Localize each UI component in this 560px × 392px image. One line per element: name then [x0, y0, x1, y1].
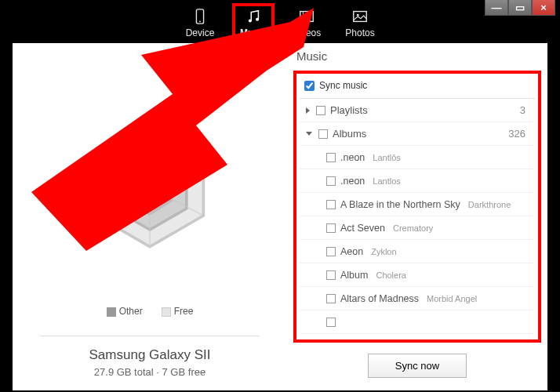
category-label: Playlists	[330, 104, 368, 116]
album-artist: Zyklon	[371, 247, 396, 256]
tab-music-label: Music	[240, 27, 267, 38]
category-label: Albums	[333, 128, 366, 140]
album-row[interactable]: .neon Lantlôs	[300, 146, 533, 169]
device-name: Samsung Galaxy SII	[89, 347, 211, 363]
window-controls: — ▭ ×	[485, 0, 555, 16]
swatch-other	[107, 307, 116, 317]
checkbox[interactable]	[318, 129, 328, 139]
svg-point-1	[199, 21, 201, 23]
album-title: A Blaze in the Northern Sky	[340, 199, 460, 210]
videos-icon	[298, 8, 315, 25]
album-title: Altars of Madness	[340, 293, 419, 304]
close-button[interactable]: ×	[532, 0, 555, 16]
checkbox[interactable]	[316, 106, 325, 115]
album-title: .neon	[340, 176, 365, 187]
svg-point-2	[249, 19, 252, 22]
album-title: Album	[340, 270, 368, 281]
album-row[interactable]: Altars of Madness Morbid Angel	[300, 287, 533, 310]
album-artist: Lantlôs	[373, 153, 400, 162]
legend-free: Free	[162, 306, 194, 317]
photos-icon	[351, 8, 369, 25]
sync-button-row: Sync now	[287, 343, 547, 390]
album-artist: Darkthrone	[468, 200, 511, 209]
checkbox[interactable]	[326, 294, 336, 303]
checkbox[interactable]	[326, 223, 336, 233]
tree-category-playlists[interactable]: Playlists 3	[300, 99, 533, 122]
main-panel: Other Free Samsung Galaxy SII 27.9 GB to…	[13, 43, 547, 390]
swatch-free	[162, 307, 171, 317]
album-title: Aeon	[340, 246, 363, 257]
checkbox[interactable]	[326, 270, 336, 280]
album-artist: Cholera	[376, 270, 406, 280]
music-icon	[245, 8, 262, 25]
sync-music-row[interactable]: Sync music	[300, 77, 535, 98]
checkbox[interactable]	[326, 247, 336, 256]
checkbox[interactable]	[326, 200, 336, 209]
device-hexagon-icon	[79, 117, 220, 258]
svg-rect-4	[300, 12, 314, 22]
tab-music[interactable]: Music	[234, 5, 273, 40]
album-row[interactable]: Album Cholera	[300, 263, 533, 287]
left-pane: Other Free Samsung Galaxy SII 27.9 GB to…	[13, 43, 287, 390]
sync-list: Sync music Playlists 3 Albums 326	[300, 77, 535, 336]
maximize-button[interactable]: ▭	[508, 0, 532, 16]
divider	[40, 336, 260, 336]
right-pane: Music Sync music Playlists 3	[287, 43, 547, 390]
top-nav: Device Music Videos Photos	[0, 0, 560, 43]
album-artist: Morbid Angel	[427, 294, 477, 303]
tree-category-albums[interactable]: Albums 326	[300, 122, 533, 146]
sync-music-label: Sync music	[319, 80, 367, 91]
device-image-area	[13, 43, 287, 299]
svg-point-3	[256, 18, 259, 21]
svg-point-8	[357, 14, 359, 16]
tab-videos[interactable]: Videos	[287, 5, 326, 40]
device-storage: 27.9 GB total · 7 GB free	[94, 366, 205, 378]
sync-music-checkbox[interactable]	[304, 81, 315, 91]
storage-legend: Other Free	[107, 306, 194, 317]
tab-device-label: Device	[186, 27, 215, 38]
album-row[interactable]	[300, 310, 533, 334]
tab-videos-label: Videos	[293, 27, 321, 38]
sync-list-highlight: Sync music Playlists 3 Albums 326	[293, 71, 541, 343]
tab-photos-label: Photos	[345, 27, 374, 38]
album-title	[340, 317, 343, 328]
album-row[interactable]: A Blaze in the Northern Sky Darkthrone	[300, 193, 533, 216]
checkbox[interactable]	[326, 318, 336, 327]
album-row[interactable]: Aeon Zyklon	[300, 240, 533, 263]
expander-icon[interactable]	[306, 132, 312, 136]
section-title: Music	[287, 43, 547, 71]
device-icon	[191, 8, 209, 25]
checkbox[interactable]	[326, 176, 336, 186]
album-row[interactable]: .neon Lantlos	[300, 169, 533, 193]
music-tree[interactable]: Playlists 3 Albums 326 .neon Lantlôs	[300, 98, 535, 334]
legend-other: Other	[107, 306, 143, 317]
album-artist: Lantlos	[373, 176, 400, 186]
tab-photos[interactable]: Photos	[340, 5, 380, 40]
tab-device[interactable]: Device	[180, 5, 220, 40]
minimize-button[interactable]: —	[485, 0, 508, 16]
expander-icon[interactable]	[306, 107, 310, 114]
sync-now-button[interactable]: Sync now	[368, 354, 467, 378]
category-count: 3	[520, 104, 525, 116]
album-title: Act Seven	[340, 223, 385, 234]
album-row[interactable]: Act Seven Crematory	[300, 216, 533, 240]
album-artist: Crematory	[393, 223, 433, 233]
checkbox[interactable]	[326, 153, 336, 162]
album-title: .neon	[340, 152, 365, 163]
category-count: 326	[508, 128, 525, 140]
